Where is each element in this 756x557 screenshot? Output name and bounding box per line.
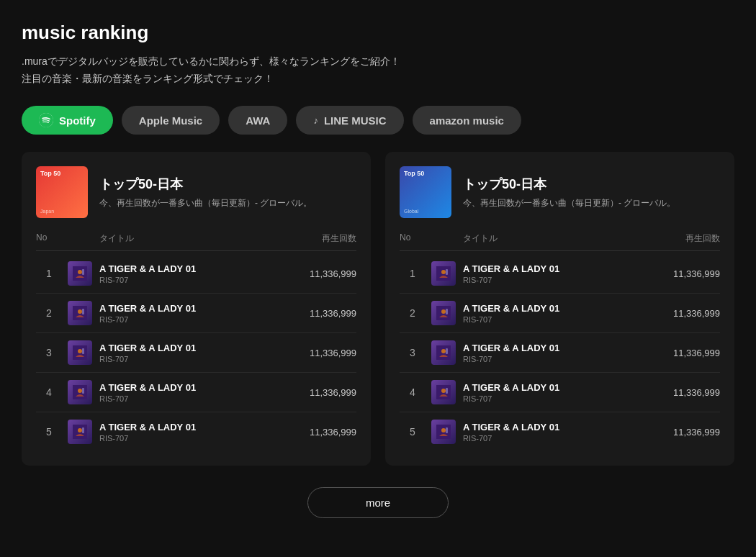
track-artist: RIS-707 <box>99 394 304 403</box>
track-title: A TIGER & A LADY 01 <box>99 263 304 274</box>
row-number: 3 <box>400 347 426 358</box>
track-art-icon <box>73 266 87 281</box>
right-tracks: 1 A TIGER & A LADY 01 RIS-707 11,336,999… <box>400 254 720 451</box>
subtitle-1: .muraでデジタルバッジを販売しているかに関わらず、様々なランキングをご紹介！ <box>22 55 734 68</box>
track-plays: 11,336,999 <box>673 268 720 279</box>
track-title: A TIGER & A LADY 01 <box>99 422 304 433</box>
track-thumbnail <box>68 340 92 365</box>
tab-apple-music[interactable]: Apple Music <box>122 106 220 135</box>
track-thumbnail <box>431 380 456 404</box>
svg-point-23 <box>441 349 446 353</box>
track-info: A TIGER & A LADY 01 RIS-707 <box>463 343 667 363</box>
table-row[interactable]: 5 A TIGER & A LADY 01 RIS-707 11,336,999 <box>36 412 356 451</box>
tab-awa[interactable]: AWA <box>228 106 287 135</box>
thumb-label-left: Top 50 <box>40 171 60 178</box>
track-thumbnail <box>431 420 456 444</box>
track-title: A TIGER & A LADY 01 <box>463 422 667 433</box>
row-number: 1 <box>36 268 62 279</box>
track-title: A TIGER & A LADY 01 <box>463 343 667 353</box>
col-plays-right: 再生回数 <box>685 232 720 245</box>
track-art-icon <box>73 385 87 399</box>
track-info: A TIGER & A LADY 01 RIS-707 <box>99 263 304 284</box>
track-artist: RIS-707 <box>463 434 667 443</box>
row-number: 2 <box>400 307 426 319</box>
track-art-icon <box>73 425 87 439</box>
subtitle-2: 注目の音楽・最新の音楽をランキング形式でチェック！ <box>22 73 734 86</box>
ranking-grid: Top 50 Japan トップ50-日本 今、再生回数が一番多い曲（毎日更新）… <box>22 152 734 466</box>
row-number: 5 <box>400 426 426 438</box>
spotify-icon <box>39 113 53 127</box>
track-info: A TIGER & A LADY 01 RIS-707 <box>99 382 304 403</box>
svg-point-2 <box>78 270 82 274</box>
svg-point-26 <box>441 389 446 393</box>
svg-point-20 <box>441 309 446 314</box>
track-plays: 11,336,999 <box>310 348 356 358</box>
track-info: A TIGER & A LADY 01 RIS-707 <box>463 422 667 443</box>
thumb-sub-left: Japan <box>40 209 54 214</box>
table-row[interactable]: 3 A TIGER & A LADY 01 RIS-707 11,336,999 <box>400 333 720 373</box>
table-row[interactable]: 5 A TIGER & A LADY 01 RIS-707 11,336,999 <box>400 412 720 451</box>
table-row[interactable]: 2 A TIGER & A LADY 01 RIS-707 11,336,999 <box>400 294 720 333</box>
svg-point-8 <box>78 349 82 353</box>
track-artist: RIS-707 <box>99 315 304 324</box>
track-thumbnail <box>68 420 92 444</box>
tab-spotify-label: Spotify <box>59 114 96 127</box>
track-title: A TIGER & A LADY 01 <box>99 303 304 314</box>
table-row[interactable]: 2 A TIGER & A LADY 01 RIS-707 11,336,999 <box>36 294 356 333</box>
ranking-card-right: Top 50 Global トップ50-日本 今、再生回数が一番多い曲（毎日更新… <box>385 152 734 466</box>
more-button[interactable]: more <box>307 487 449 518</box>
card-title-left: トップ50-日本 <box>99 176 312 193</box>
track-plays: 11,336,999 <box>673 387 720 398</box>
card-title-right: トップ50-日本 <box>463 176 675 193</box>
track-thumbnail <box>68 261 92 286</box>
col-no-left: No <box>36 232 62 245</box>
page-title: music ranking <box>22 22 734 44</box>
service-tabs: Spotify Apple Music AWA ♪ LINE MUSIC ama… <box>22 106 734 135</box>
svg-rect-15 <box>82 427 84 433</box>
row-number: 3 <box>36 347 62 358</box>
card-info-right: トップ50-日本 今、再生回数が一番多い曲（毎日更新）- グローバル。 <box>463 176 675 209</box>
table-row[interactable]: 1 A TIGER & A LADY 01 RIS-707 11,336,999 <box>400 254 720 294</box>
track-artist: RIS-707 <box>463 355 667 363</box>
track-plays: 11,336,999 <box>673 308 720 319</box>
tab-awa-label: AWA <box>246 114 270 127</box>
table-row[interactable]: 4 A TIGER & A LADY 01 RIS-707 11,336,999 <box>36 373 356 412</box>
thumb-label-right: Top 50 <box>404 171 424 178</box>
track-art-icon <box>73 306 87 320</box>
track-thumbnail <box>68 301 92 325</box>
table-row[interactable]: 1 A TIGER & A LADY 01 RIS-707 11,336,999 <box>36 254 356 294</box>
tab-amazon-music[interactable]: amazon music <box>413 106 521 135</box>
svg-rect-30 <box>446 427 448 433</box>
col-plays-left: 再生回数 <box>322 232 356 245</box>
col-title-right: タイトル <box>463 232 680 245</box>
svg-rect-27 <box>446 388 448 394</box>
row-number: 4 <box>36 386 62 398</box>
table-row[interactable]: 4 A TIGER & A LADY 01 RIS-707 11,336,999 <box>400 373 720 412</box>
track-artist: RIS-707 <box>463 394 667 403</box>
track-plays: 11,336,999 <box>310 308 356 319</box>
track-title: A TIGER & A LADY 01 <box>99 343 304 353</box>
svg-point-17 <box>441 270 446 274</box>
tab-amazon-music-label: amazon music <box>430 114 504 127</box>
track-artist: RIS-707 <box>99 276 304 284</box>
track-plays: 11,336,999 <box>310 387 356 398</box>
track-art-icon <box>73 345 87 360</box>
track-info: A TIGER & A LADY 01 RIS-707 <box>463 263 667 284</box>
tab-line-music[interactable]: ♪ LINE MUSIC <box>296 106 403 135</box>
table-row[interactable]: 3 A TIGER & A LADY 01 RIS-707 11,336,999 <box>36 333 356 373</box>
svg-rect-18 <box>446 269 448 275</box>
tab-spotify[interactable]: Spotify <box>22 106 113 135</box>
track-artist: RIS-707 <box>463 276 667 284</box>
svg-rect-21 <box>446 309 448 314</box>
track-thumbnail <box>431 261 456 286</box>
track-info: A TIGER & A LADY 01 RIS-707 <box>463 303 667 324</box>
track-thumbnail <box>431 301 456 325</box>
card-thumb-left: Top 50 Japan <box>36 166 88 218</box>
card-header-right: Top 50 Global トップ50-日本 今、再生回数が一番多い曲（毎日更新… <box>400 166 720 218</box>
track-thumbnail <box>68 380 92 404</box>
svg-point-11 <box>78 389 82 393</box>
tab-apple-music-label: Apple Music <box>139 114 202 127</box>
track-info: A TIGER & A LADY 01 RIS-707 <box>463 382 667 403</box>
line-music-icon: ♪ <box>313 115 318 126</box>
card-desc-right: 今、再生回数が一番多い曲（毎日更新）- グローバル。 <box>463 197 675 209</box>
